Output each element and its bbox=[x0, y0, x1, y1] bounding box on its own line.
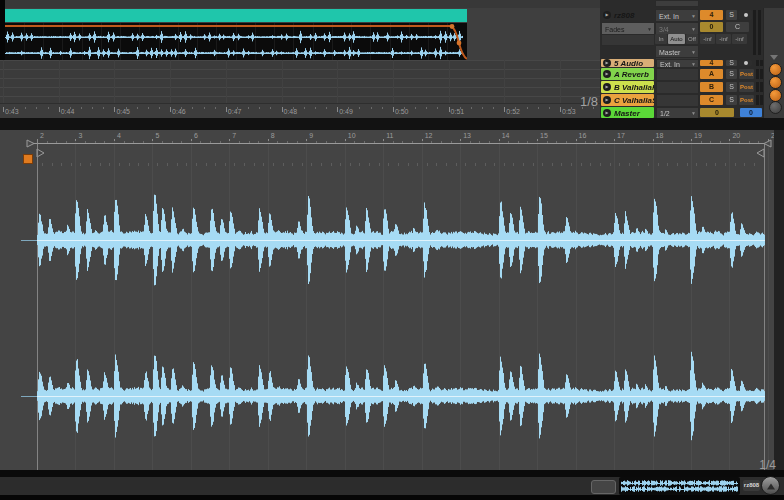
transient-marker[interactable] bbox=[398, 163, 399, 166]
track-activator-icon[interactable]: ▶ bbox=[603, 11, 611, 19]
clipped-top-chooser[interactable] bbox=[655, 0, 699, 7]
empty-field[interactable] bbox=[601, 34, 655, 46]
row-chooser[interactable]: Ext. In▼ bbox=[656, 59, 699, 68]
loop-end-marker[interactable] bbox=[764, 140, 771, 147]
track-title-rz808[interactable]: ▶ rz808 bbox=[601, 9, 654, 21]
transient-marker[interactable] bbox=[687, 163, 688, 166]
transient-marker[interactable] bbox=[254, 163, 255, 166]
clip-start-marker[interactable] bbox=[37, 149, 44, 157]
post-toggle[interactable]: Post bbox=[739, 82, 754, 92]
track-activator-icon[interactable]: ▶ bbox=[603, 109, 611, 117]
track-title-b-valhallafr[interactable]: ▶B ValhallaFr bbox=[601, 81, 654, 93]
send-button-B[interactable]: B bbox=[700, 82, 723, 92]
transient-marker[interactable] bbox=[206, 163, 207, 166]
transient-marker[interactable] bbox=[61, 163, 62, 166]
transient-marker[interactable] bbox=[456, 163, 457, 166]
transient-marker[interactable] bbox=[234, 163, 235, 166]
track-title-master[interactable]: ▶Master bbox=[601, 107, 654, 118]
transient-marker[interactable] bbox=[71, 163, 72, 166]
pan-field[interactable]: C bbox=[726, 22, 749, 32]
transient-marker[interactable] bbox=[100, 163, 101, 166]
monitor-off-button[interactable]: Off bbox=[686, 34, 698, 44]
transient-marker[interactable] bbox=[148, 163, 149, 166]
transient-marker[interactable] bbox=[283, 163, 284, 166]
send-button-A[interactable]: A bbox=[700, 69, 723, 79]
transient-marker[interactable] bbox=[725, 163, 726, 166]
transient-marker[interactable] bbox=[533, 163, 534, 166]
transient-marker[interactable] bbox=[215, 163, 216, 166]
transient-marker[interactable] bbox=[331, 163, 332, 166]
send-button-4[interactable]: 4 bbox=[700, 60, 723, 66]
transient-marker[interactable] bbox=[157, 163, 158, 166]
transient-marker[interactable] bbox=[436, 163, 437, 166]
transient-marker[interactable] bbox=[667, 163, 668, 166]
arrangement-audio-clip[interactable] bbox=[5, 9, 467, 60]
transient-marker[interactable] bbox=[590, 163, 591, 166]
transient-marker[interactable] bbox=[485, 163, 486, 166]
solo-button[interactable]: S bbox=[726, 10, 737, 20]
loop-start-marker[interactable] bbox=[27, 140, 34, 147]
transient-marker[interactable] bbox=[177, 163, 178, 166]
transient-marker[interactable] bbox=[427, 163, 428, 166]
clip-title-bar[interactable] bbox=[5, 9, 467, 22]
transient-marker[interactable] bbox=[677, 163, 678, 166]
clip-end-marker[interactable] bbox=[757, 149, 764, 157]
transient-marker[interactable] bbox=[52, 163, 53, 166]
transient-marker[interactable] bbox=[350, 163, 351, 166]
arm-record-button[interactable] bbox=[739, 60, 752, 66]
master-gain-field[interactable]: 0 bbox=[700, 108, 734, 117]
transient-marker[interactable] bbox=[513, 163, 514, 166]
transient-marker[interactable] bbox=[263, 163, 264, 166]
meter-value[interactable]: -inf bbox=[732, 34, 747, 44]
transient-marker[interactable] bbox=[504, 163, 505, 166]
transient-marker[interactable] bbox=[369, 163, 370, 166]
solo-button[interactable]: S bbox=[726, 60, 737, 66]
track-title-c-valhallasu[interactable]: ▶C ValhallaSu bbox=[601, 94, 654, 106]
clip-tab-button[interactable]: rz808 bbox=[743, 480, 760, 491]
transient-marker[interactable] bbox=[638, 163, 639, 166]
transient-marker[interactable] bbox=[359, 163, 360, 166]
transient-marker[interactable] bbox=[119, 163, 120, 166]
transient-marker[interactable] bbox=[167, 163, 168, 166]
transient-marker[interactable] bbox=[292, 163, 293, 166]
transient-marker[interactable] bbox=[388, 163, 389, 166]
master-pan-field[interactable]: 0 bbox=[740, 108, 762, 117]
transient-marker[interactable] bbox=[408, 163, 409, 166]
transient-marker[interactable] bbox=[225, 163, 226, 166]
transient-marker[interactable] bbox=[523, 163, 524, 166]
sample-editor[interactable]: 23456789101112131415161718192021 1/4 bbox=[0, 130, 784, 470]
pan-knob[interactable] bbox=[769, 101, 782, 114]
track-title-a-reverb[interactable]: ▶A Reverb bbox=[601, 68, 654, 80]
send-b-knob[interactable] bbox=[769, 76, 782, 89]
transient-marker[interactable] bbox=[379, 163, 380, 166]
send-a-knob[interactable] bbox=[769, 63, 782, 76]
transient-marker[interactable] bbox=[465, 163, 466, 166]
empty-field[interactable] bbox=[656, 94, 699, 107]
transient-marker[interactable] bbox=[715, 163, 716, 166]
fold-triangle-icon[interactable] bbox=[770, 55, 778, 60]
transient-marker[interactable] bbox=[571, 163, 572, 166]
meter-value[interactable]: -inf bbox=[716, 34, 731, 44]
transient-marker[interactable] bbox=[42, 163, 43, 166]
warp-marker[interactable] bbox=[23, 154, 33, 164]
transient-marker[interactable] bbox=[129, 163, 130, 166]
transient-marker[interactable] bbox=[561, 163, 562, 166]
transient-marker[interactable] bbox=[610, 163, 611, 166]
solo-button[interactable]: S bbox=[726, 69, 737, 79]
transient-marker[interactable] bbox=[340, 163, 341, 166]
transient-marker[interactable] bbox=[186, 163, 187, 166]
meter-value[interactable]: -inf bbox=[700, 34, 715, 44]
transient-marker[interactable] bbox=[80, 163, 81, 166]
arm-record-button[interactable] bbox=[739, 10, 752, 20]
clip-waveform-region[interactable] bbox=[5, 23, 467, 60]
track-activator-icon[interactable]: ▶ bbox=[603, 83, 611, 91]
transient-marker[interactable] bbox=[321, 163, 322, 166]
transient-marker[interactable] bbox=[417, 163, 418, 166]
transient-marker[interactable] bbox=[629, 163, 630, 166]
transient-marker[interactable] bbox=[494, 163, 495, 166]
transient-marker[interactable] bbox=[244, 163, 245, 166]
transient-marker[interactable] bbox=[658, 163, 659, 166]
transient-marker[interactable] bbox=[446, 163, 447, 166]
arrangement-time-ruler[interactable]: 0:430:440:450:460:470:480:490:500:510:52… bbox=[0, 103, 600, 119]
track-activator-icon[interactable]: ▶ bbox=[603, 59, 611, 67]
